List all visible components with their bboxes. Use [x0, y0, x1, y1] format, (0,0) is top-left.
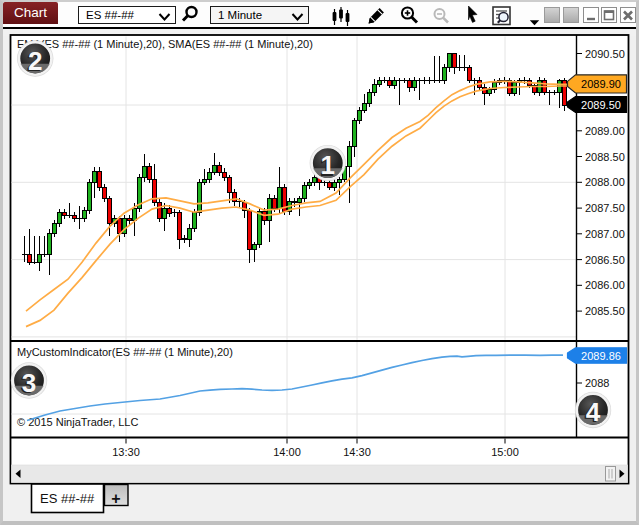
svg-text:2088.50: 2088.50	[585, 151, 625, 163]
svg-text:4: 4	[586, 397, 601, 427]
svg-text:2086.50: 2086.50	[585, 254, 625, 266]
svg-text:2085.50: 2085.50	[585, 305, 625, 317]
svg-text:3: 3	[22, 368, 36, 398]
svg-text:15:00: 15:00	[491, 446, 519, 458]
svg-text:2088: 2088	[585, 377, 609, 389]
svg-text:MyCustomIndicator(ES ##-## (1: MyCustomIndicator(ES ##-## (1 Minute),20…	[17, 346, 233, 358]
svg-text:13:30: 13:30	[112, 446, 140, 458]
svg-text:2: 2	[28, 46, 42, 76]
svg-text:2089.90: 2089.90	[581, 78, 621, 90]
svg-text:ES ##-##: ES ##-##	[40, 491, 95, 506]
svg-text:2087.00: 2087.00	[585, 228, 625, 240]
svg-text:2088.00: 2088.00	[585, 176, 625, 188]
svg-text:2089.50: 2089.50	[581, 99, 621, 111]
svg-text:1: 1	[321, 150, 335, 180]
svg-text:2090.50: 2090.50	[585, 48, 625, 60]
svg-text:+: +	[111, 490, 120, 507]
svg-text:EMA(ES ##-## (1 Minute),20), S: EMA(ES ##-## (1 Minute),20), SMA(ES ##-#…	[17, 38, 313, 50]
svg-text:2087.50: 2087.50	[585, 202, 625, 214]
svg-text:14:00: 14:00	[273, 446, 301, 458]
svg-text:2086.00: 2086.00	[585, 279, 625, 291]
svg-text:14:30: 14:30	[343, 446, 371, 458]
svg-text:2089.86: 2089.86	[581, 350, 621, 362]
svg-text:2089.00: 2089.00	[585, 125, 625, 137]
